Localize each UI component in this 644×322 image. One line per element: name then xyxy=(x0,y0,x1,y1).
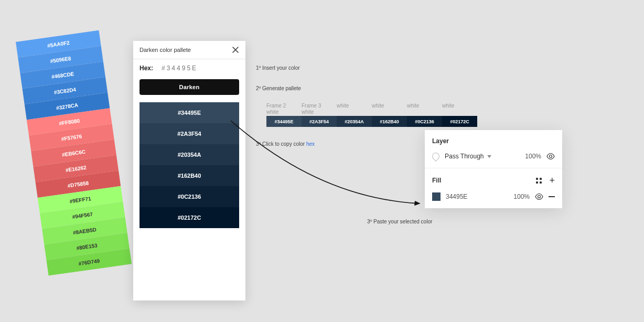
blend-mode-icon[interactable] xyxy=(431,151,441,162)
result-swatch[interactable]: #34495E xyxy=(139,102,239,123)
fill-opacity-input[interactable]: 100% xyxy=(505,193,530,200)
caption-step2: 2º Generate pallete xyxy=(256,85,301,91)
frame-label: Frame 2white xyxy=(266,103,302,115)
sample-palette-stack: #5AA0F2#5096E8#468CDE#3C82D4#3278CA#FF80… xyxy=(16,30,132,276)
frame-labels: Frame 2whiteFrame 3whitewhitewhitewhitew… xyxy=(266,103,477,115)
svg-point-1 xyxy=(538,196,541,198)
design-panel: Layer Pass Through 100% Fill + 34495E 10… xyxy=(425,130,562,208)
frame-label: white xyxy=(442,103,477,115)
dialog-header: Darken color pallete xyxy=(133,41,245,59)
chevron-down-icon xyxy=(487,155,491,158)
caption-step4: 3º Paste your selected color xyxy=(367,219,432,224)
hex-input-row: Hex: xyxy=(133,59,245,77)
caption-step3-text: 3º Click to copy color xyxy=(256,141,306,147)
remove-fill-icon[interactable] xyxy=(549,196,555,197)
result-swatch[interactable]: #2A3F54 xyxy=(139,123,239,144)
eye-icon[interactable] xyxy=(546,152,555,160)
fill-hex-input[interactable]: 34495E xyxy=(446,193,499,200)
palette-chip[interactable]: #34495E xyxy=(266,116,302,127)
result-palette: #34495E#2A3F54#20354A#162B40#0C2136#0217… xyxy=(139,102,239,228)
palette-chip-row: #34495E#2A3F54#20354A#162B40#0C2136#0217… xyxy=(266,116,477,127)
frame-label: white xyxy=(407,103,442,115)
plugin-dialog: Darken color pallete Hex: Darken #34495E… xyxy=(133,41,245,300)
layer-section: Layer Pass Through 100% xyxy=(425,130,562,168)
result-swatch[interactable]: #20354A xyxy=(139,144,239,165)
fill-header: Fill + xyxy=(432,176,555,185)
blend-mode-select[interactable]: Pass Through xyxy=(445,153,511,160)
caption-step3: 3º Click to copy color hex xyxy=(256,141,315,147)
blend-mode-value: Pass Through xyxy=(445,153,484,160)
layer-section-title: Layer xyxy=(432,137,555,145)
palette-chip[interactable]: #2A3F54 xyxy=(302,116,337,127)
palette-chip[interactable]: #20354A xyxy=(337,116,372,127)
caption-step3-link: hex xyxy=(306,141,315,147)
layer-blend-row: Pass Through 100% xyxy=(432,152,555,160)
hex-input[interactable] xyxy=(162,65,219,72)
darken-button[interactable]: Darken xyxy=(139,79,239,95)
result-swatch[interactable]: #02172C xyxy=(139,207,239,228)
eye-icon[interactable] xyxy=(535,192,543,201)
palette-chip[interactable]: #162B40 xyxy=(372,116,407,127)
layer-opacity-input[interactable]: 100% xyxy=(516,153,541,160)
style-library-icon[interactable] xyxy=(536,178,542,184)
frame-label: Frame 3white xyxy=(302,103,337,115)
caption-step1: 1º Insert your color xyxy=(256,65,300,71)
svg-point-0 xyxy=(550,155,552,158)
dialog-title: Darken color pallete xyxy=(139,47,191,53)
palette-chip[interactable]: #02172C xyxy=(442,116,477,127)
fill-row: 34495E 100% xyxy=(432,192,555,201)
close-icon[interactable] xyxy=(232,46,239,53)
result-swatch[interactable]: #0C2136 xyxy=(139,186,239,207)
result-swatch[interactable]: #162B40 xyxy=(139,165,239,186)
add-fill-icon[interactable]: + xyxy=(549,176,555,185)
frame-label: white xyxy=(372,103,407,115)
frame-label: white xyxy=(337,103,372,115)
hex-label: Hex: xyxy=(139,65,153,72)
fill-section: Fill + 34495E 100% xyxy=(425,168,562,208)
fill-color-chip[interactable] xyxy=(432,192,441,201)
fill-section-title: Fill xyxy=(432,177,441,184)
palette-chip[interactable]: #0C2136 xyxy=(407,116,442,127)
